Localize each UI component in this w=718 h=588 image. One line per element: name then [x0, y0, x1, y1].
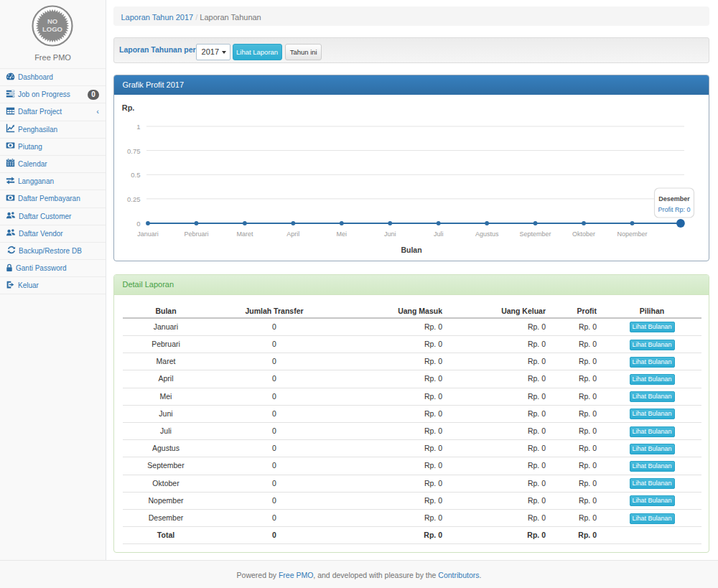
- svg-text:Agustus: Agustus: [475, 230, 499, 238]
- svg-text:Profit Rp: 0: Profit Rp: 0: [658, 206, 690, 213]
- svg-text:Juli: Juli: [434, 230, 444, 238]
- svg-text:Pebruari: Pebruari: [184, 230, 208, 238]
- svg-text:0: 0: [136, 220, 140, 228]
- svg-text:Juni: Juni: [384, 230, 396, 238]
- svg-text:0.5: 0.5: [131, 171, 140, 179]
- svg-text:Nopember: Nopember: [617, 230, 647, 238]
- svg-text:1: 1: [136, 123, 140, 131]
- svg-text:0.25: 0.25: [127, 195, 141, 203]
- svg-text:Rp.: Rp.: [122, 103, 135, 112]
- svg-text:LOGO: LOGO: [42, 25, 62, 33]
- svg-text:April: April: [286, 230, 299, 238]
- svg-text:September: September: [520, 230, 551, 238]
- svg-text:0.75: 0.75: [127, 147, 141, 155]
- svg-text:Mei: Mei: [337, 230, 348, 238]
- svg-text:NO: NO: [47, 17, 57, 25]
- svg-text:Januari: Januari: [137, 230, 159, 238]
- svg-text:Maret: Maret: [236, 230, 253, 238]
- svg-text:Bulan: Bulan: [401, 246, 421, 254]
- svg-text:Oktober: Oktober: [572, 230, 595, 238]
- svg-text:Desember: Desember: [658, 195, 690, 202]
